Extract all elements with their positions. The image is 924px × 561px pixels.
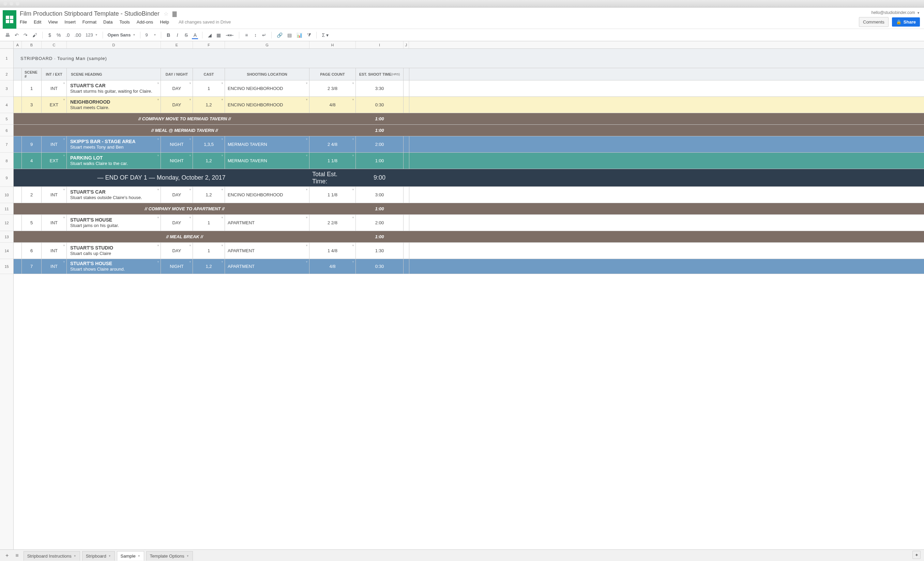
header-scene-heading[interactable]: SCENE HEADING (67, 68, 161, 80)
banner-text[interactable]: // MEAL BREAK // (14, 231, 356, 242)
dropdown-arrow-icon[interactable]: ▼ (221, 98, 224, 101)
est-time[interactable]: 1:00 (356, 153, 404, 169)
folder-icon[interactable]: ▇ (172, 10, 177, 17)
page-count[interactable]: 1 1/8▼ (309, 153, 356, 169)
cell[interactable] (404, 203, 410, 214)
bold-button[interactable]: B (165, 31, 172, 39)
est-time[interactable]: 0:30 (356, 259, 404, 274)
total-est-label[interactable]: Total Est. Time: (309, 169, 356, 186)
font-family-select[interactable]: Open Sans▼ (106, 32, 137, 38)
account-email[interactable]: hello@studiobinder.com ▼ (871, 10, 920, 15)
more-formats-button[interactable]: 123▼ (84, 32, 99, 38)
dropdown-arrow-icon[interactable]: ▼ (157, 154, 159, 157)
star-icon[interactable]: ☆ (164, 10, 168, 17)
row-header-1[interactable]: 1 (0, 49, 13, 68)
banner-text[interactable]: // MEAL @ MERMAID TAVERN // (14, 125, 356, 136)
v-align-icon[interactable]: ↕ (252, 31, 259, 39)
int-ext[interactable]: EXT▼ (42, 153, 67, 169)
dropdown-arrow-icon[interactable]: ▼ (63, 154, 66, 157)
cast[interactable]: 1,2▼ (193, 259, 225, 274)
menu-data[interactable]: Data (103, 20, 112, 24)
cell[interactable] (404, 231, 410, 242)
dropdown-arrow-icon[interactable]: ▼ (352, 82, 354, 85)
dropdown-arrow-icon[interactable]: ▼ (221, 82, 224, 85)
print-icon[interactable]: 🖶 (3, 31, 12, 39)
day-night[interactable]: NIGHT▼ (161, 136, 193, 152)
scene-number[interactable]: 2 (22, 187, 42, 203)
int-ext[interactable]: INT▼ (42, 259, 67, 274)
page-count[interactable]: 2 4/8▼ (309, 136, 356, 152)
dropdown-arrow-icon[interactable]: ▼ (157, 188, 159, 191)
cast[interactable]: 1,2▼ (193, 187, 225, 203)
scene-number[interactable]: 4 (22, 153, 42, 169)
menu-edit[interactable]: Edit (34, 20, 41, 24)
row-header-3[interactable]: 3 (0, 80, 13, 97)
borders-icon[interactable]: ▦ (215, 31, 223, 39)
cell[interactable] (14, 97, 22, 113)
shooting-location[interactable]: ENCINO NEIGHBORHOOD▼ (225, 80, 309, 96)
menu-view[interactable]: View (48, 20, 58, 24)
menu-tools[interactable]: Tools (119, 20, 129, 24)
cell[interactable] (14, 136, 22, 152)
increase-decimal-button[interactable]: .00 (73, 31, 82, 39)
day-night[interactable]: DAY▼ (161, 243, 193, 259)
day-night[interactable]: DAY▼ (161, 215, 193, 231)
column-header-I[interactable]: I (356, 41, 404, 48)
dropdown-arrow-icon[interactable]: ▼ (157, 98, 159, 101)
dropdown-arrow-icon[interactable]: ▼ (63, 138, 66, 141)
column-header-A[interactable]: A (14, 41, 22, 48)
row-header-4[interactable]: 4 (0, 97, 13, 113)
banner-text[interactable]: // COMPANY MOVE TO MERMAID TAVERN // (14, 113, 356, 124)
est-time[interactable]: 2:00 (356, 136, 404, 152)
dropdown-arrow-icon[interactable]: ▼ (157, 260, 159, 264)
cast[interactable]: 1▼ (193, 243, 225, 259)
shooting-location[interactable]: APARTMENT▼ (225, 259, 309, 274)
banner-text[interactable]: // COMPANY MOVE TO APARTMENT // (14, 203, 356, 214)
cell[interactable] (404, 80, 410, 96)
int-ext[interactable]: INT▼ (42, 136, 67, 152)
dropdown-arrow-icon[interactable]: ▼ (305, 98, 308, 101)
dropdown-arrow-icon[interactable]: ▼ (352, 154, 354, 157)
dropdown-arrow-icon[interactable]: ▼ (352, 138, 354, 141)
scene-number[interactable]: 6 (22, 243, 42, 259)
cast[interactable]: 1▼ (193, 215, 225, 231)
est-time[interactable]: 3:00 (356, 187, 404, 203)
dropdown-arrow-icon[interactable]: ▼ (352, 98, 354, 101)
functions-icon[interactable]: Σ ▾ (320, 31, 330, 39)
dropdown-arrow-icon[interactable]: ▼ (305, 244, 308, 247)
dropdown-arrow-icon[interactable]: ▼ (189, 154, 192, 157)
dropdown-arrow-icon[interactable]: ▼ (157, 216, 159, 219)
est-time[interactable]: 3:30 (356, 80, 404, 96)
row-header-11[interactable]: 11 (0, 203, 13, 215)
scene-heading-cell[interactable]: PARKING LOTStuart walks Claire to the ca… (67, 153, 161, 169)
share-button[interactable]: 🔒Share (892, 17, 920, 27)
dropdown-arrow-icon[interactable]: ▼ (221, 216, 224, 219)
cell[interactable] (404, 97, 410, 113)
menu-help[interactable]: Help (160, 20, 169, 24)
dropdown-arrow-icon[interactable]: ▼ (189, 216, 192, 219)
dropdown-arrow-icon[interactable]: ▼ (189, 138, 192, 141)
day-night[interactable]: DAY▼ (161, 187, 193, 203)
dropdown-arrow-icon[interactable]: ▼ (221, 138, 224, 141)
dropdown-arrow-icon[interactable]: ▼ (157, 82, 159, 85)
dropdown-arrow-icon[interactable]: ▼ (221, 260, 224, 264)
cell[interactable] (14, 80, 22, 96)
dropdown-arrow-icon[interactable]: ▼ (352, 260, 354, 264)
dropdown-arrow-icon[interactable]: ▼ (352, 244, 354, 247)
banner-time[interactable]: 1:00 (356, 231, 404, 242)
cell[interactable] (404, 169, 410, 186)
row-header-6[interactable]: 6 (0, 125, 13, 136)
dropdown-arrow-icon[interactable]: ▼ (63, 98, 66, 101)
cell[interactable] (14, 153, 22, 169)
header-int-ext[interactable]: INT / EXT (42, 68, 67, 80)
column-header-E[interactable]: E (161, 41, 193, 48)
row-header-5[interactable]: 5 (0, 113, 13, 125)
shooting-location[interactable]: ENCINO NEIGHBORHOOD▼ (225, 97, 309, 113)
scene-heading-cell[interactable]: NEIGHBORHOODStuart meets Claire.▼ (67, 97, 161, 113)
day-night[interactable]: NIGHT▼ (161, 153, 193, 169)
cell[interactable] (404, 125, 410, 136)
dropdown-arrow-icon[interactable]: ▼ (63, 82, 66, 85)
page-count[interactable]: 2 2/8▼ (309, 215, 356, 231)
cell[interactable] (14, 259, 22, 274)
sheets-logo[interactable] (3, 10, 16, 28)
